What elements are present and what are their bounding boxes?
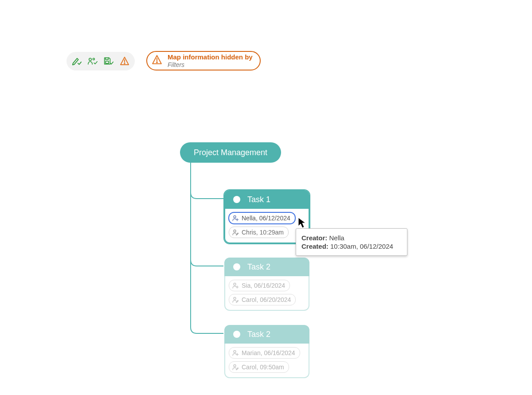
svg-point-4 bbox=[124, 63, 125, 64]
tooltip-value: 10:30am, 06/12/2024 bbox=[330, 242, 393, 250]
person-add-icon bbox=[232, 349, 239, 356]
task-dot-icon bbox=[233, 331, 240, 338]
cursor-icon bbox=[298, 217, 308, 229]
person-edit-icon bbox=[232, 364, 239, 371]
task-body: Marian, 06/16/2024 Carol, 09:50am bbox=[224, 344, 309, 378]
tooltip-value: Nella bbox=[329, 234, 344, 242]
filter-warning-chip[interactable]: Map information hidden by Filters bbox=[146, 51, 261, 70]
person-chip[interactable]: Marian, 06/16/2024 bbox=[229, 347, 300, 359]
person-chip-label: Chris, 10:29am bbox=[242, 229, 284, 236]
task-body: Sia, 06/16/2024 Carol, 06/20/2024 bbox=[224, 276, 309, 311]
person-chip-label: Carol, 09:50am bbox=[242, 364, 284, 371]
task-title: Task 2 bbox=[247, 262, 270, 272]
task-header[interactable]: Task 1 bbox=[224, 190, 309, 209]
task-title: Task 1 bbox=[247, 195, 270, 204]
toolbar bbox=[66, 52, 135, 70]
svg-point-1 bbox=[93, 58, 94, 60]
person-add-icon bbox=[232, 282, 239, 289]
task-dot-icon bbox=[233, 263, 240, 270]
warning-icon bbox=[152, 55, 162, 67]
person-chip[interactable]: Nella, 06/12/2024 bbox=[229, 212, 295, 224]
root-node-label: Project Management bbox=[194, 148, 267, 157]
filter-warning-text: Map information hidden by Filters bbox=[168, 53, 253, 68]
person-chip[interactable]: Chris, 10:29am bbox=[229, 227, 289, 238]
hover-tooltip: Creator: Nella Created: 10:30am, 06/12/2… bbox=[296, 228, 407, 256]
person-chip-label: Marian, 06/16/2024 bbox=[242, 349, 295, 356]
person-edit-icon bbox=[232, 229, 239, 236]
people-check-icon[interactable] bbox=[88, 56, 98, 66]
person-chip[interactable]: Carol, 09:50am bbox=[229, 361, 289, 373]
svg-point-0 bbox=[89, 58, 92, 61]
person-chip[interactable]: Sia, 06/16/2024 bbox=[229, 280, 290, 291]
task-title: Task 2 bbox=[247, 330, 270, 339]
task-dot-icon bbox=[233, 196, 240, 203]
tooltip-key: Created: bbox=[301, 242, 329, 250]
person-chip-label: Nella, 06/12/2024 bbox=[242, 215, 290, 222]
person-chip[interactable]: Carol, 06/20/2024 bbox=[229, 294, 296, 305]
svg-rect-2 bbox=[106, 61, 109, 63]
svg-point-9 bbox=[234, 283, 236, 285]
svg-point-7 bbox=[234, 216, 236, 218]
tooltip-key: Creator: bbox=[301, 234, 327, 242]
task-header[interactable]: Task 2 bbox=[224, 325, 309, 344]
person-add-icon bbox=[232, 215, 239, 222]
save-check-icon[interactable] bbox=[104, 56, 113, 66]
task-card-2[interactable]: Task 2 Sia, 06/16/2024 Carol, 06/20/2024 bbox=[223, 257, 310, 312]
person-chip-label: Carol, 06/20/2024 bbox=[242, 296, 291, 303]
svg-point-12 bbox=[234, 365, 236, 367]
svg-point-11 bbox=[234, 351, 236, 353]
warning-icon[interactable] bbox=[120, 56, 129, 66]
task-card-3[interactable]: Task 2 Marian, 06/16/2024 Carol, 09:50am bbox=[223, 324, 310, 379]
svg-point-6 bbox=[156, 62, 157, 63]
root-node[interactable]: Project Management bbox=[180, 142, 281, 163]
person-chip-label: Sia, 06/16/2024 bbox=[242, 282, 285, 289]
person-edit-icon bbox=[232, 296, 239, 303]
svg-point-10 bbox=[234, 297, 236, 300]
svg-point-8 bbox=[234, 230, 236, 232]
edit-check-icon[interactable] bbox=[72, 56, 82, 66]
task-header[interactable]: Task 2 bbox=[224, 258, 309, 276]
